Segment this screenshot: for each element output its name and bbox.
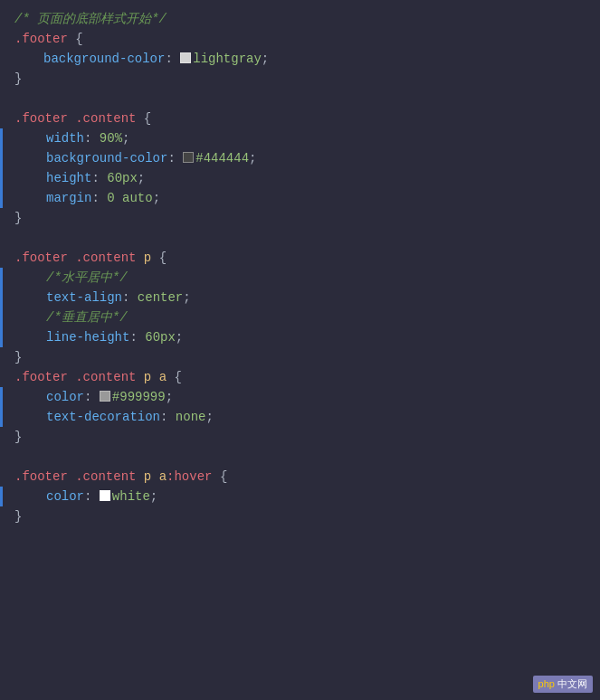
line-comment-horizontal: /*水平居中*/ — [0, 268, 600, 288]
line-comment-1: /* 页面的底部样式开始*/ — [0, 9, 600, 29]
line-footer-bg: background-color: lightgray; — [0, 49, 600, 69]
line-color-white: color: white; — [0, 487, 600, 506]
line-color-999: color: #999999; — [0, 387, 600, 407]
line-brace-3: } — [0, 347, 600, 367]
color-swatch-444 — [183, 152, 194, 163]
line-empty-2 — [0, 228, 600, 248]
line-selector-hover: .footer .content p a:hover { — [0, 467, 600, 487]
php-text: php — [538, 678, 555, 689]
line-selector-footer: .footer { — [0, 29, 600, 49]
line-text-decoration: text-decoration: none; — [0, 407, 600, 427]
line-selector-footer-content-p: .footer .content p { — [0, 248, 600, 268]
line-selector-footer-content-p-a: .footer .content p a { — [0, 367, 600, 387]
color-swatch-999 — [100, 391, 110, 402]
line-brace-2: } — [0, 208, 600, 228]
line-line-height: line-height: 60px; — [0, 327, 600, 347]
comment-text: /* 页面的底部样式开始*/ — [14, 11, 167, 27]
line-content-bg: background-color: #444444; — [0, 148, 600, 168]
php-badge: php 中文网 — [533, 676, 593, 693]
line-comment-vertical: /*垂直居中*/ — [0, 307, 600, 327]
code-editor: /* 页面的底部样式开始*/ .footer { background-colo… — [0, 0, 600, 700]
line-empty-3 — [0, 447, 600, 467]
line-brace-5: } — [0, 506, 600, 526]
line-text-align: text-align: center; — [0, 288, 600, 307]
color-swatch-white — [100, 490, 110, 501]
line-brace-1: } — [0, 69, 600, 89]
line-empty-1 — [0, 89, 600, 109]
line-selector-footer-content: .footer .content { — [0, 109, 600, 128]
line-width: width: 90%; — [0, 128, 600, 148]
site-text: 中文网 — [557, 678, 587, 689]
line-height: height: 60px; — [0, 168, 600, 188]
line-brace-4: } — [0, 427, 600, 447]
line-margin: margin: 0 auto; — [0, 188, 600, 208]
color-swatch-lightgray — [180, 52, 191, 63]
